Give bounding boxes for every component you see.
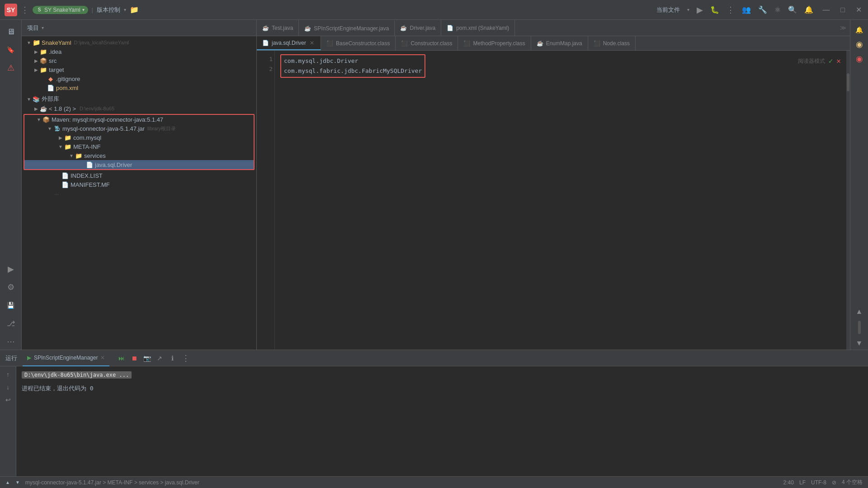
tab-driver-close[interactable]: ✕ [309,40,315,46]
rs-red-icon[interactable]: ◉ [853,52,866,65]
bl-wrap-icon[interactable]: ↩ [3,394,14,405]
minimize-button[interactable]: — [821,6,831,14]
tree-jar-item[interactable]: ▼ 🗜 mysql-connector-java-5.1.47.jar libr… [24,124,254,133]
tree-root-arrow[interactable]: ▼ [25,39,33,46]
target-arrow[interactable]: ▶ [33,66,40,73]
run-camera[interactable]: 📷 [142,353,152,363]
status-breadcrumb[interactable]: mysql-connector-java-5.1.47.jar > META-I… [25,479,199,486]
status-position[interactable]: 2:40 [783,479,794,486]
folder-icon[interactable]: 📁 [130,5,139,14]
debug-icon[interactable]: 🐛 [710,5,719,14]
driver-code-box: com.mysql.jdbc.Driver com.mysql.fabric.j… [280,54,425,78]
status-lf[interactable]: LF [799,479,806,486]
people-icon[interactable]: 👥 [742,5,751,14]
tree-src-item[interactable]: ▶ 📦 src [22,56,256,65]
close-button[interactable]: ✕ [854,5,863,14]
tree-maven-item[interactable]: ▼ 📦 Maven: mysql:mysql-connector-java:5.… [24,115,254,124]
current-file-arrow[interactable]: ▾ [687,7,689,12]
panel-dropdown-icon[interactable]: ▾ [42,25,44,30]
wrench-icon[interactable]: 🔧 [758,5,767,14]
services-arrow[interactable]: ▼ [68,152,75,159]
project-badge[interactable]: S SY SnakeYaml ▾ [33,6,88,14]
tab-node[interactable]: ⬛ Node.class [588,36,636,50]
current-file-label[interactable]: 当前文件 [656,6,680,14]
tree-services-item[interactable]: ▼ 📁 services [24,151,254,160]
tree-root-item[interactable]: ▼ 📁 SnakeYaml D:\java_local\SnakeYaml [22,38,256,47]
tab-test-java[interactable]: ☕ Test.java [257,20,299,36]
toolbar-more-icon[interactable]: ⋮ [726,5,735,15]
run-tab[interactable]: ▶ SPInScriptEngineManager ✕ [23,350,109,366]
commysql-arrow[interactable]: ▶ [57,134,64,141]
version-control-label[interactable]: 版本控制 [97,6,120,14]
run-fast-forward[interactable]: ⏭ [117,353,127,363]
search-icon[interactable]: 🔍 [788,5,797,14]
src-label: src [49,57,57,64]
tab-java-sql-driver[interactable]: 📄 java.sql.Driver ✕ [257,36,321,50]
jdk-arrow[interactable]: ▶ [33,105,40,112]
idea-arrow[interactable]: ▶ [33,48,40,55]
toolbar-menu-icon[interactable]: ⋮ [21,5,29,15]
sidebar-item-project[interactable]: 🖥 [3,24,19,40]
rs-scroll-down[interactable]: ▼ [853,337,866,350]
metainf-arrow[interactable]: ▼ [57,143,64,150]
rs-scroll-up[interactable]: ▲ [853,305,866,318]
run-tab-close[interactable]: ✕ [100,355,105,361]
tab-more-button[interactable]: ≫ [836,20,850,36]
sidebar-item-warnings[interactable]: ⚠ [3,60,19,76]
maximize-button[interactable]: □ [839,6,847,14]
notification-icon[interactable]: 🔔 [804,5,813,14]
bl-up-icon[interactable]: ↑ [3,369,14,380]
external-libs-arrow[interactable]: ▼ [25,95,33,103]
tree-indexlist-item[interactable]: ▶ 📄 INDEX.LIST [22,171,256,180]
status-down-arrow[interactable]: ▼ [15,480,20,485]
sidebar-item-settings[interactable]: ⚙ [3,279,19,295]
run-tab-icon: ▶ [27,355,31,361]
code-area[interactable]: com.mysql.jdbc.Driver com.mysql.fabric.j… [275,51,850,350]
scroll-thumb[interactable] [847,73,849,91]
rs-notification-icon[interactable]: 🔔 [853,24,866,36]
sidebar-item-git[interactable]: ⎇ [3,315,19,332]
run-export[interactable]: ↗ [155,353,165,363]
jar-arrow[interactable]: ▼ [46,125,53,132]
sidebar-item-more[interactable]: ⋯ [3,333,19,350]
tab-spinscript[interactable]: ☕ SPInScriptEngineManager.java [299,20,395,36]
tree-driver-item[interactable]: ▶ 📄 java.sql.Driver [24,160,254,169]
tree-commysql-item[interactable]: ▶ 📁 com.mysql [24,133,254,142]
tab-pom-xml[interactable]: 📄 pom.xml (SnakeYaml) [441,20,515,36]
tab-methodproperty[interactable]: ⬛ MethodProperty.class [458,36,531,50]
tree-gitignore-item[interactable]: ▶ ◆ .gitignore [22,74,256,83]
tree-jdk-item[interactable]: ▶ ☕ < 1.8 (2) > D:\env\jdk-8u65 [22,104,256,113]
sidebar-item-bookmarks[interactable]: 🔖 [3,42,19,58]
status-up-arrow[interactable]: ▲ [5,480,10,485]
rs-orange-icon[interactable]: ◉ [853,38,866,51]
plugin-icon[interactable]: ⚛ [774,5,781,14]
run-more[interactable]: ⋮ [182,353,190,363]
tab-baseconstructor[interactable]: ⬛ BaseConstructor.class [321,36,396,50]
sidebar-item-run[interactable]: ▶ [3,261,19,277]
project-dropdown-arrow[interactable]: ▾ [82,7,85,12]
tree-external-libs-item[interactable]: ▼ 📚 外部库 [22,94,256,104]
tab-constructor[interactable]: ⬛ Constructor.class [396,36,458,50]
status-encoding[interactable]: UTF-8 [811,479,826,486]
editor-scrollbar[interactable] [846,51,850,350]
tab-enummap[interactable]: ☕ EnumMap.java [531,36,588,50]
reader-mode-button[interactable]: 阅读器模式 [798,56,825,66]
tree-manifest-item[interactable]: ▶ 📄 MANIFEST.MF [22,180,256,189]
tree-pomxml-item[interactable]: ▶ 📄 pom.xml [22,83,256,92]
run-icon[interactable]: ▶ [697,5,703,15]
status-indent[interactable]: 4 个空格 [842,479,863,486]
tree-target-item[interactable]: ▶ 📁 target [22,65,256,74]
tree-metainf-item[interactable]: ▼ 📁 META-INF [24,142,254,151]
rs-line-icon [858,321,861,334]
tab-driver-java[interactable]: ☕ Driver.java [395,20,441,36]
src-arrow[interactable]: ▶ [33,57,40,64]
bl-down-icon[interactable]: ↓ [3,382,14,393]
run-info[interactable]: ℹ [167,353,177,363]
terminal-path-line: D:\env\jdk-8u65\bin\java.exe ... [22,370,863,380]
version-control-arrow[interactable]: ▾ [124,7,126,12]
maven-arrow[interactable]: ▼ [35,116,42,123]
sidebar-item-database[interactable]: 💾 [3,297,19,313]
tree-idea-item[interactable]: ▶ 📁 .idea [22,47,256,56]
run-tab-label: SPInScriptEngineManager [34,355,98,361]
run-stop[interactable]: ⏹ [129,353,139,363]
